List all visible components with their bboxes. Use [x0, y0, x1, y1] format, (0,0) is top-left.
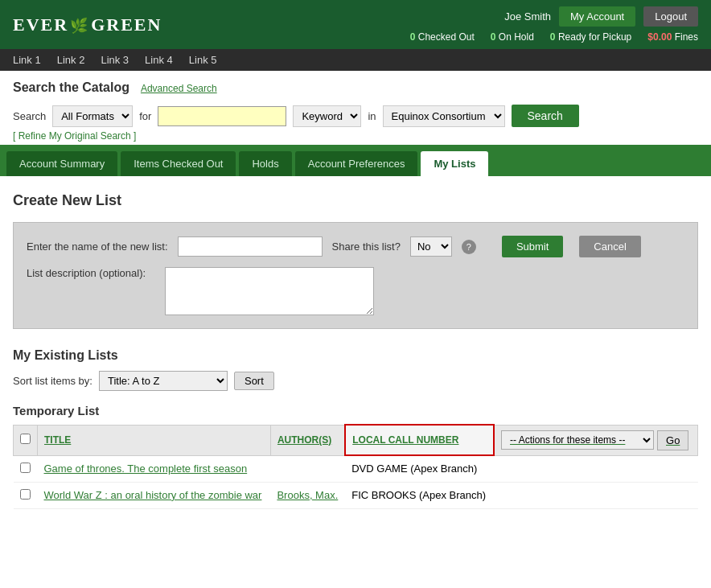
keyword-select[interactable]: Keyword Author Title Subject [293, 105, 361, 127]
on-hold-count: 0 [491, 31, 496, 43]
search-row: Search All Formats Books DVDs Music for … [13, 105, 698, 127]
submit-button[interactable]: Submit [502, 236, 563, 257]
checked-out-label: Checked Out [418, 31, 475, 43]
username-label: Joe Smith [504, 10, 551, 23]
actions-controls: -- Actions for these items -- Delete Mar… [501, 430, 691, 450]
nav-link-1[interactable]: Link 1 [13, 54, 41, 66]
existing-lists-title: My Existing Lists [13, 348, 698, 363]
search-label: Search [13, 110, 46, 122]
header-right: Joe Smith My Account Logout 0 Checked Ou… [410, 6, 698, 43]
top-header: EVER🌿GREEN Joe Smith My Account Logout 0… [0, 0, 711, 49]
search-title: Search the Catalog [13, 80, 129, 95]
desc-textarea[interactable] [165, 267, 374, 315]
logout-button[interactable]: Logout [643, 6, 698, 27]
item-title-link[interactable]: Game of thrones. The complete first seas… [44, 463, 248, 475]
item-author-link[interactable]: Brooks, Max. [277, 489, 338, 501]
actions-select[interactable]: -- Actions for these items -- Delete Mar… [501, 430, 654, 450]
fines-label: Fines [675, 31, 698, 43]
in-label: in [368, 110, 376, 122]
ready-pickup-count: 0 [550, 31, 556, 43]
format-select[interactable]: All Formats Books DVDs Music [52, 105, 133, 127]
item-title-link[interactable]: World War Z : an oral history of the zom… [44, 489, 262, 501]
table-row: Game of thrones. The complete first seas… [14, 455, 698, 482]
nav-link-5[interactable]: Link 5 [189, 54, 217, 66]
nav-bar: Link 1 Link 2 Link 3 Link 4 Link 5 [0, 49, 711, 71]
temp-list-table: TITLE AUTHOR(S) LOCAL CALL NUMBER -- Act… [13, 424, 698, 509]
sort-select[interactable]: Title: A to Z Title: Z to A Author Date … [99, 371, 228, 391]
tab-account-preferences[interactable]: Account Preferences [295, 151, 418, 176]
desc-label: List description (optional): [27, 267, 155, 279]
share-select[interactable]: No Yes [410, 236, 452, 257]
row-title-cell: World War Z : an oral history of the zom… [38, 482, 271, 508]
nav-link-2[interactable]: Link 2 [57, 54, 85, 66]
actions-header: -- Actions for these items -- Delete Mar… [494, 425, 697, 455]
row-checkbox-cell [14, 482, 38, 508]
header-stats: 0 Checked Out 0 On Hold 0 Ready for Pick… [410, 31, 698, 43]
on-hold-stat: 0 On Hold [491, 31, 534, 43]
sort-row: Sort list items by: Title: A to Z Title:… [13, 371, 698, 391]
fines-amount: $0.00 [647, 31, 672, 43]
logo: EVER🌿GREEN [13, 14, 162, 35]
refine-link-anchor[interactable]: [ Refine My Original Search ] [13, 130, 136, 142]
refine-search-link[interactable]: [ Refine My Original Search ] [13, 130, 698, 142]
checked-out-count: 0 [410, 31, 416, 43]
row-checkbox[interactable] [20, 463, 31, 473]
my-account-button[interactable]: My Account [559, 6, 635, 27]
cancel-button[interactable]: Cancel [579, 236, 640, 257]
help-icon[interactable]: ? [462, 240, 476, 254]
search-input[interactable] [158, 106, 286, 126]
main-content: Create New List Enter the name of the ne… [0, 176, 711, 525]
checked-out-stat: 0 Checked Out [410, 31, 475, 43]
row-actions-cell [494, 455, 697, 482]
row-checkbox[interactable] [20, 489, 31, 500]
nav-link-3[interactable]: Link 3 [101, 54, 129, 66]
tabs-bar: Account Summary Items Checked Out Holds … [0, 145, 711, 176]
tab-account-summary[interactable]: Account Summary [6, 151, 117, 176]
temp-list-title: Temporary List [13, 404, 698, 417]
row-author-cell: Brooks, Max. [270, 482, 345, 508]
row-checkbox-cell [14, 455, 38, 482]
row-call-number-cell: FIC BROOKS (Apex Branch) [345, 482, 494, 508]
create-list-form: Enter the name of the new list: Share th… [13, 222, 698, 329]
list-name-row: Enter the name of the new list: Share th… [27, 236, 684, 257]
share-label: Share this list? [332, 241, 401, 253]
list-name-label: Enter the name of the new list: [27, 241, 168, 253]
ready-pickup-label: Ready for Pickup [558, 31, 631, 43]
row-call-number-cell: DVD GAME (Apex Branch) [345, 455, 494, 482]
go-button[interactable]: Go [657, 430, 688, 450]
row-author-cell [270, 455, 345, 482]
table-row: World War Z : an oral history of the zom… [14, 482, 698, 508]
fines-stat: $0.00 Fines [647, 31, 698, 43]
tab-holds[interactable]: Holds [239, 151, 291, 176]
title-column-header[interactable]: TITLE [38, 425, 271, 455]
row-actions-cell [494, 482, 697, 508]
search-button[interactable]: Search [512, 105, 579, 127]
for-label: for [139, 110, 151, 122]
select-all-header [14, 425, 38, 455]
ready-pickup-stat: 0 Ready for Pickup [550, 31, 631, 43]
sort-button[interactable]: Sort [234, 372, 274, 390]
list-name-input[interactable] [178, 236, 323, 257]
on-hold-label: On Hold [499, 31, 534, 43]
consortium-select[interactable]: Equinox Consortium [383, 105, 505, 127]
select-all-checkbox[interactable] [20, 434, 31, 444]
author-column-header[interactable]: AUTHOR(S) [270, 425, 345, 455]
search-area: Search the Catalog Advanced Search Searc… [0, 71, 711, 145]
create-list-title: Create New List [13, 192, 698, 209]
logo-text: EVER🌿GREEN [13, 14, 162, 35]
header-top-row: Joe Smith My Account Logout [504, 6, 698, 27]
nav-link-4[interactable]: Link 4 [145, 54, 173, 66]
sort-label: Sort list items by: [13, 375, 92, 387]
row-title-cell: Game of thrones. The complete first seas… [38, 455, 271, 482]
advanced-search-link[interactable]: Advanced Search [141, 83, 217, 94]
desc-row: List description (optional): [27, 267, 684, 315]
tab-items-checked-out[interactable]: Items Checked Out [121, 151, 236, 176]
call-number-column-header[interactable]: LOCAL CALL NUMBER [345, 425, 494, 455]
tab-my-lists[interactable]: My Lists [421, 151, 488, 176]
